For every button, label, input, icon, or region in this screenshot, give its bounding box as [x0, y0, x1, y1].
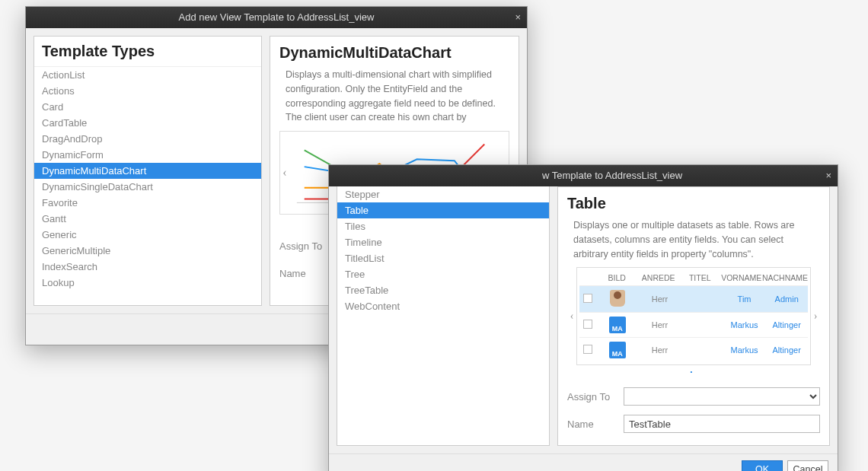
- template-type-item[interactable]: TreeTable: [337, 282, 549, 298]
- table-header-cell[interactable]: BILD: [596, 270, 637, 285]
- assign-to-label: Assign To: [567, 391, 616, 403]
- table-cell: [681, 321, 723, 329]
- assign-to-label: Assign To: [279, 240, 328, 252]
- checkbox-icon[interactable]: [583, 345, 592, 354]
- template-types-panel: StepperTableTilesTimelineTitledListTreeT…: [337, 186, 550, 446]
- template-type-item[interactable]: GenericMultiple: [34, 243, 261, 259]
- template-type-item[interactable]: Generic: [34, 227, 261, 243]
- dialog-add-template-table: w Template to AddressList_view × Stepper…: [328, 164, 838, 471]
- template-type-item[interactable]: WebContent: [337, 298, 549, 314]
- ok-button[interactable]: OK: [742, 460, 783, 471]
- carousel-next-icon[interactable]: ›: [811, 310, 820, 323]
- panel-header: Template Types: [34, 37, 261, 67]
- cancel-button[interactable]: Cancel: [787, 460, 828, 471]
- table-cell: Admin: [765, 291, 808, 307]
- table-cell: Herr: [639, 317, 681, 333]
- carousel-prev-icon[interactable]: ‹: [567, 310, 576, 323]
- table-cell: [681, 346, 723, 354]
- template-type-item[interactable]: IndexSearch: [34, 259, 261, 275]
- table-cell: [681, 295, 723, 303]
- template-type-item[interactable]: Gantt: [34, 211, 261, 227]
- assign-to-select[interactable]: [624, 387, 820, 406]
- checkbox-icon[interactable]: [583, 320, 592, 329]
- template-type-item[interactable]: Tree: [337, 266, 549, 282]
- table-header-cell[interactable]: ANREDE: [637, 270, 678, 285]
- template-type-item[interactable]: Tiles: [337, 218, 549, 234]
- template-detail-panel: Table Displays one or multiple datasets …: [557, 186, 830, 446]
- table-cell: Herr: [639, 291, 681, 307]
- carousel-dots[interactable]: •: [567, 365, 820, 383]
- detail-title: Table: [567, 195, 820, 215]
- table-cell: Markus: [723, 317, 766, 333]
- template-type-item[interactable]: Actions: [34, 83, 261, 99]
- name-label: Name: [279, 268, 328, 279]
- template-type-list: ActionListActionsCardCardTableDragAndDro…: [34, 67, 261, 291]
- table-body: HerrTimAdminMAHerrMarkusAltingerMAHerrMa…: [579, 285, 808, 362]
- avatar-icon: [610, 290, 625, 307]
- detail-title: DynamicMultiDataChart: [279, 44, 509, 65]
- template-type-item[interactable]: Lookup: [34, 275, 261, 291]
- table-cell: Altinger: [765, 342, 808, 358]
- carousel-prev-icon[interactable]: ‹: [280, 166, 289, 180]
- template-type-item[interactable]: DynamicSingleDataChart: [34, 179, 261, 195]
- name-label: Name: [567, 418, 616, 430]
- template-type-item[interactable]: DynamicForm: [34, 147, 261, 163]
- template-type-item[interactable]: Timeline: [337, 234, 549, 250]
- table-header-row: BILDANREDETITELVORNAMENACHNAME: [579, 270, 808, 285]
- close-icon[interactable]: ×: [515, 7, 521, 28]
- template-type-item[interactable]: TitledList: [337, 250, 549, 266]
- template-type-list: StepperTableTilesTimelineTitledListTreeT…: [337, 186, 549, 314]
- table-row[interactable]: HerrTimAdmin: [579, 285, 808, 312]
- window-title: Add new View Template to AddressList_vie…: [179, 11, 375, 23]
- template-description: Displays one or multiple datasets as tab…: [567, 215, 820, 267]
- titlebar[interactable]: Add new View Template to AddressList_vie…: [26, 7, 527, 28]
- template-type-item[interactable]: DynamicMultiDataChart: [34, 163, 261, 179]
- table-cell: Altinger: [765, 317, 808, 333]
- close-icon[interactable]: ×: [825, 165, 831, 186]
- template-type-item[interactable]: Table: [337, 202, 549, 218]
- template-types-panel: Template Types ActionListActionsCardCard…: [34, 36, 262, 306]
- table-header-cell[interactable]: NACHNAME: [762, 270, 808, 285]
- template-type-item[interactable]: Stepper: [337, 186, 549, 202]
- template-type-item[interactable]: Card: [34, 99, 261, 115]
- table-preview: BILDANREDETITELVORNAMENACHNAME HerrTimAd…: [576, 267, 811, 365]
- name-input[interactable]: [624, 415, 820, 433]
- table-cell: Herr: [639, 342, 681, 358]
- checkbox-icon[interactable]: [583, 294, 592, 303]
- template-type-item[interactable]: Favorite: [34, 195, 261, 211]
- initials-badge: MA: [609, 342, 626, 358]
- template-type-item[interactable]: CardTable: [34, 115, 261, 131]
- table-header-cell[interactable]: VORNAME: [720, 270, 761, 285]
- template-type-item[interactable]: ActionList: [34, 67, 261, 83]
- template-type-item[interactable]: DragAndDrop: [34, 131, 261, 147]
- table-cell: Markus: [723, 342, 766, 358]
- template-description: Displays a multi-dimensional chart with …: [279, 65, 509, 131]
- initials-badge: MA: [609, 317, 626, 333]
- table-row[interactable]: MAHerrMarkusAltinger: [579, 337, 808, 362]
- table-cell: Tim: [723, 291, 766, 307]
- button-bar: OK Cancel: [329, 453, 838, 471]
- preview-carousel: ‹ BILDANREDETITELVORNAMENACHNAME HerrTim…: [567, 267, 820, 365]
- window-title: w Template to AddressList_view: [542, 170, 682, 181]
- titlebar[interactable]: w Template to AddressList_view ×: [329, 165, 838, 186]
- table-header-cell[interactable]: TITEL: [679, 270, 720, 285]
- table-row[interactable]: MAHerrMarkusAltinger: [579, 312, 808, 337]
